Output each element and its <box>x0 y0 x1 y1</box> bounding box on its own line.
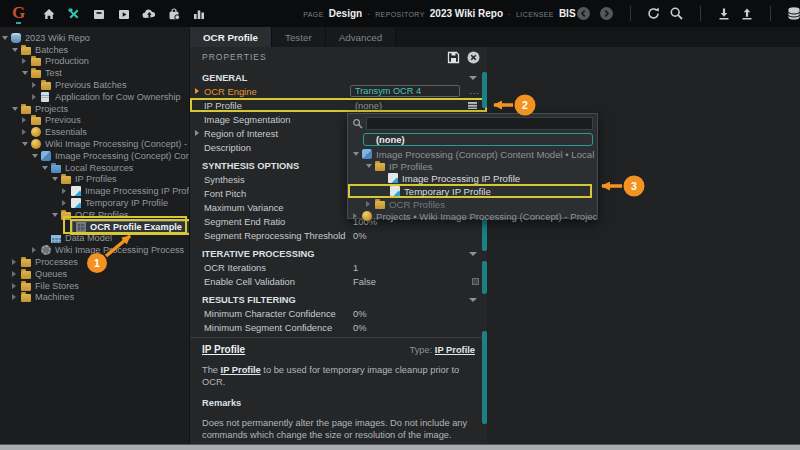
cloud-upload-icon[interactable] <box>141 6 157 22</box>
tree-item-image-processing-concept-content-model[interactable]: Image Processing (Concept) Content Model <box>0 150 189 162</box>
search-icon[interactable] <box>669 6 685 22</box>
property-row-ip-profile[interactable]: IP Profile(none) <box>190 98 487 112</box>
ip-profile-link[interactable]: IP Profile <box>221 365 261 375</box>
ellipsis-button[interactable]: ... <box>469 86 480 96</box>
property-row-segment-reprocessing-threshold[interactable]: Segment Reprocessing Threshold0% <box>190 228 487 242</box>
home-icon[interactable] <box>41 6 57 22</box>
scrollbar-thumb[interactable] <box>482 331 487 424</box>
expander-closed-icon[interactable] <box>22 117 30 123</box>
property-row-enable-cell-validation[interactable]: Enable Cell ValidationFalse <box>190 274 487 288</box>
expander-open-icon[interactable] <box>52 213 60 217</box>
tree-item-temporary-ip-profile[interactable]: Temporary IP Profile <box>0 197 189 209</box>
expander-closed-icon[interactable] <box>366 201 374 207</box>
design-tools-icon[interactable] <box>66 6 82 22</box>
expander-closed-icon[interactable] <box>195 88 199 94</box>
dropdown-item-temporary-ip-profile[interactable]: Temporary IP Profile <box>348 184 592 198</box>
archive-box-icon[interactable] <box>91 6 107 22</box>
property-row-ocr-iterations[interactable]: OCR Iterations1 <box>190 260 487 274</box>
property-row-minimum-character-confidence[interactable]: Minimum Character Confidence0% <box>190 306 487 320</box>
tab-ocr-profile[interactable]: OCR Profile <box>190 27 272 47</box>
expander-open-icon[interactable] <box>22 142 30 146</box>
section-header-results-filtering[interactable]: RESULTS FILTERING <box>190 293 487 306</box>
forward-icon[interactable] <box>599 6 615 22</box>
tree-item-previous[interactable]: Previous <box>0 115 189 127</box>
property-row-ocr-engine[interactable]: OCR EngineTransym OCR 4... <box>190 84 487 98</box>
close-icon[interactable] <box>465 49 481 65</box>
tree-item-2023-wiki-repo[interactable]: 2023 Wiki Repo <box>0 32 189 44</box>
expander-open-icon[interactable] <box>22 71 30 75</box>
tree-item-production[interactable]: Production <box>0 56 189 68</box>
tree-item-file-stores[interactable]: File Stores <box>0 280 189 292</box>
expander-open-icon[interactable] <box>353 152 361 156</box>
chevron-down-icon[interactable] <box>469 252 477 256</box>
expander-closed-icon[interactable] <box>32 247 40 253</box>
dropdown-item-image-processing-concept-content-model-local-resources[interactable]: Image Processing (Concept) Content Model… <box>348 148 597 160</box>
tree-item-application-for-cow-ownership[interactable]: Application for Cow Ownership <box>0 91 189 103</box>
tab-tester[interactable]: Tester <box>272 27 326 47</box>
property-value[interactable]: 0% <box>353 230 367 241</box>
page-value[interactable]: Design <box>329 8 362 19</box>
expander-open-icon[interactable] <box>12 107 20 111</box>
dropdown-item-image-processing-ip-profile[interactable]: Image Processing IP Profile <box>348 172 597 184</box>
expander-closed-icon[interactable] <box>353 213 361 219</box>
tree-item-essentials[interactable]: Essentials <box>0 126 189 138</box>
bar-chart-icon[interactable] <box>191 6 207 22</box>
dropdown-search-input[interactable] <box>366 117 593 130</box>
tree-item-wiki-image-processing-concept-project[interactable]: Wiki Image Processing (Concept) - Projec… <box>0 138 189 150</box>
expander-closed-icon[interactable] <box>12 283 20 289</box>
tree-item-queues[interactable]: Queues <box>0 268 189 280</box>
type-link[interactable]: IP Profile <box>435 345 475 355</box>
tree-item-local-resources[interactable]: Local Resources <box>0 162 189 174</box>
tree-item-batches[interactable]: Batches <box>0 44 189 56</box>
tree-item-test[interactable]: Test <box>0 67 189 79</box>
expander-closed-icon[interactable] <box>22 58 30 64</box>
checkbox[interactable] <box>472 278 479 285</box>
tree-item-image-processing-ip-profile[interactable]: Image Processing IP Profile <box>0 185 189 197</box>
licensee-value[interactable]: BIS <box>559 8 576 19</box>
expander-closed-icon[interactable] <box>32 82 40 88</box>
expander-closed-icon[interactable] <box>195 130 199 136</box>
dropdown-item-ip-profiles[interactable]: IP Profiles <box>348 160 597 172</box>
dropdown-item-projects-wiki-image-processing-concept-project[interactable]: Projects • Wiki Image Processing (Concep… <box>348 210 597 222</box>
expander-open-icon[interactable] <box>32 154 40 158</box>
section-header-general[interactable]: GENERAL <box>190 71 487 84</box>
section-header-iterative-processing[interactable]: ITERATIVE PROCESSING <box>190 247 487 260</box>
property-row-minimum-segment-confidence[interactable]: Minimum Segment Confidence0% <box>190 320 487 334</box>
expander-open-icon[interactable] <box>52 177 60 181</box>
expander-closed-icon[interactable] <box>62 200 70 206</box>
media-box-icon[interactable] <box>116 6 132 22</box>
scrollbar-thumb[interactable] <box>482 72 487 108</box>
tree-item-ocr-profile-example[interactable]: OCR Profile Example <box>0 221 189 233</box>
tree-item-ip-profiles[interactable]: IP Profiles <box>0 174 189 186</box>
save-icon[interactable] <box>445 49 461 65</box>
tree-item-machines[interactable]: Machines <box>0 292 189 304</box>
property-value[interactable]: 0% <box>353 322 367 333</box>
expander-closed-icon[interactable] <box>32 94 40 100</box>
expander-open-icon[interactable] <box>12 48 20 52</box>
horizontal-scrollbar[interactable] <box>0 444 800 450</box>
grooper-logo[interactable]: G <box>12 4 25 24</box>
upload-icon[interactable] <box>739 6 755 22</box>
scrollbar-thumb[interactable] <box>482 261 487 294</box>
dropdown-item-ocr-profiles[interactable]: OCR Profiles <box>348 198 597 210</box>
dropdown-option-none[interactable]: (none) <box>363 133 593 146</box>
expander-closed-icon[interactable] <box>62 188 70 194</box>
repository-value[interactable]: 2023 Wiki Repo <box>430 8 503 19</box>
expander-closed-icon[interactable] <box>12 271 20 277</box>
property-value-editor[interactable]: Transym OCR 4 <box>350 85 460 97</box>
database-icon[interactable] <box>786 6 800 22</box>
refresh-icon[interactable] <box>646 6 662 22</box>
chevron-down-icon[interactable] <box>469 76 477 80</box>
property-value[interactable]: False <box>353 276 376 287</box>
tree-item-previous-batches[interactable]: Previous Batches <box>0 79 189 91</box>
chevron-down-icon[interactable] <box>469 298 477 302</box>
hamburger-menu-icon[interactable] <box>468 102 477 109</box>
tree-item-projects[interactable]: Projects <box>0 103 189 115</box>
expander-open-icon[interactable] <box>2 36 10 40</box>
back-icon[interactable] <box>576 6 592 22</box>
bag-icon[interactable] <box>166 6 182 22</box>
expander-closed-icon[interactable] <box>22 129 30 135</box>
property-value[interactable]: 1 <box>353 262 358 273</box>
property-value[interactable]: 0% <box>353 308 367 319</box>
expander-open-icon[interactable] <box>42 166 50 170</box>
